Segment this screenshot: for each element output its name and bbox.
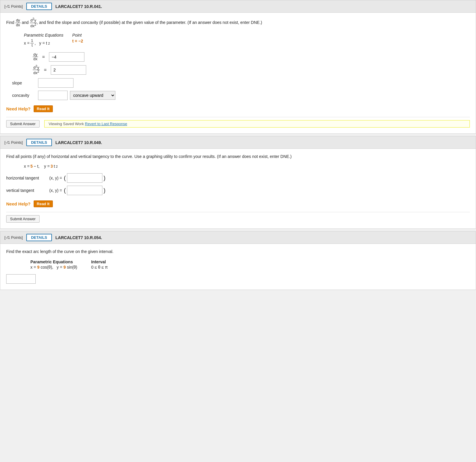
point-value: t = −2 [72,38,92,48]
dydx-input[interactable] [49,52,84,62]
vertical-tangent-label: vertical tangent [6,188,48,193]
arc-length-input[interactable] [6,274,36,284]
problem-2-statement: Find all points (if any) of horizontal a… [6,154,470,160]
parametric-eqs-3: x = 9 cos(θ), y = 9 sin(θ) [30,265,91,270]
horizontal-paren: ( ) [64,173,105,183]
revert-link-1[interactable]: Revert to Last Response [85,122,127,126]
xy-label-v: (x, y) = [49,188,62,193]
problem-3-body: Find the exact arc length of the curve o… [0,244,476,290]
problem-id-3: LARCALCET7 10.R.054. [55,235,102,240]
submit-button-1[interactable]: Submit Answer [6,120,40,128]
dydx-fraction-text: dy dx [15,18,21,27]
d2ydx2-equals: = [44,67,47,73]
submit-section-2: Submit Answer [6,212,470,223]
problem-1: [-/1 Points] DETAILS LARCALCET7 10.R.041… [0,0,476,134]
details-button-2[interactable]: DETAILS [26,139,52,146]
xy-label-h: (x, y) = [49,176,62,180]
need-help-label-1: Need Help? [6,106,31,111]
param-table-3: Parametric Equations Interval x = 9 cos(… [30,259,470,270]
concavity-select[interactable]: concave upward concave downward [70,91,115,100]
d2ydx2-label: d2y dx2 [33,65,40,75]
concavity-input[interactable] [38,91,68,100]
slope-input[interactable] [38,78,73,88]
dydx-equals: = [42,54,45,60]
problem-3-statement: Find the exact arc length of the curve o… [6,249,470,255]
problem-1-statement: Find dy dx and d2y dx2 , and find the sl… [6,17,470,28]
saved-work-text: Viewing Saved Work [49,122,84,126]
points-label-3: [-/1 Points] [4,235,23,240]
read-it-button-1[interactable]: Read It [34,105,53,112]
problem-3-answer-row [6,274,470,284]
horizontal-tangent-row: horizontal tangent (x, y) = ( ) [6,173,470,183]
saved-work-note-1: Viewing Saved Work Revert to Last Respon… [44,120,470,128]
d2ydx2-input[interactable] [51,65,86,75]
slope-label: slope [12,81,36,85]
vertical-paren: ( ) [64,186,105,195]
horizontal-tangent-label: horizontal tangent [6,176,48,180]
concavity-row: concavity concave upward concave downwar… [12,91,470,100]
d2ydx2-fraction-text: d2y dx2 [30,17,37,28]
point-header: Point [72,32,92,38]
problem-2-body: Find all points (if any) of horizontal a… [0,149,476,228]
param-equations-header: Parametric Equations [24,32,72,38]
problem-2: [-/1 Points] DETAILS LARCALCET7 10.R.049… [0,136,476,229]
dydx-label: dy dx [33,53,38,61]
read-it-button-2[interactable]: Read It [34,200,53,207]
problem-1-header: [-/1 Points] DETAILS LARCALCET7 10.R.041… [0,0,476,13]
details-button-3[interactable]: DETAILS [26,234,52,241]
interval-value-3: 0 ≤ θ ≤ π [91,265,108,270]
problem-3: [-/1 Points] DETAILS LARCALCET7 10.R.054… [0,231,476,290]
slope-row: slope [12,78,470,88]
d2ydx2-row: d2y dx2 = [33,65,470,75]
details-button-1[interactable]: DETAILS [26,3,52,10]
dydx-row: dy dx = [33,52,470,62]
need-help-1: Need Help? Read It [6,105,470,112]
interval-header-3: Interval [91,259,108,264]
need-help-2: Need Help? Read It [6,200,470,207]
submit-button-2[interactable]: Submit Answer [6,215,40,223]
vertical-tangent-row: vertical tangent (x, y) = ( ) [6,186,470,195]
concavity-label: concavity [12,93,36,98]
problem-3-header: [-/1 Points] DETAILS LARCALCET7 10.R.054… [0,231,476,244]
param-table-1: Parametric Equations Point x = 1t, y = t… [24,32,470,48]
points-label-1: [-/1 Points] [4,4,23,9]
problem-id-1: LARCALCET7 10.R.041. [55,4,102,9]
parametric-eqs: x = 1t, y = t2 [24,38,72,48]
problem-2-equations: x = 5 − t, y = 3t2 [24,164,470,169]
submit-section-1: Submit Answer Viewing Saved Work Revert … [6,117,470,128]
vertical-tangent-input[interactable] [67,186,102,195]
need-help-label-2: Need Help? [6,201,31,206]
problem-2-header: [-/1 Points] DETAILS LARCALCET7 10.R.049… [0,136,476,149]
points-label-2: [-/1 Points] [4,140,23,145]
problem-id-2: LARCALCET7 10.R.049. [55,140,102,145]
param-equations-header-3: Parametric Equations [30,259,91,264]
problem-1-body: Find dy dx and d2y dx2 , and find the sl… [0,13,476,133]
horizontal-tangent-input[interactable] [67,173,102,183]
